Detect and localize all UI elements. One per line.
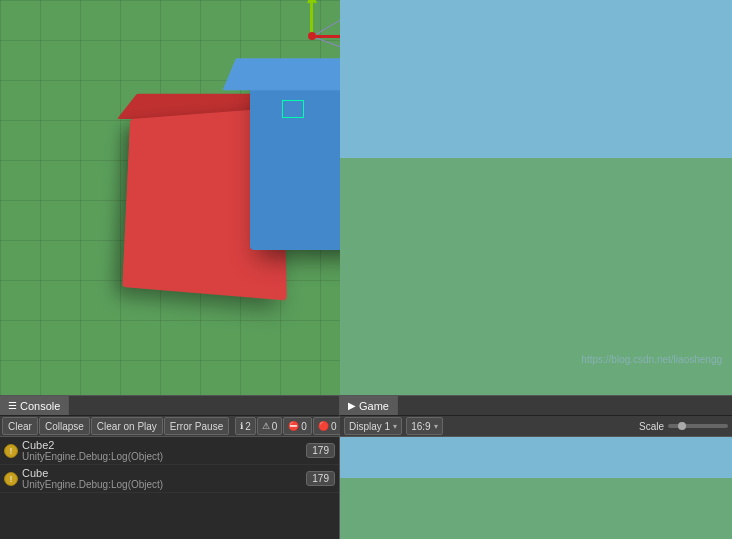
console-tab-icon: ☰ [8, 400, 17, 411]
console-tab-label: Console [20, 400, 60, 412]
log-entry-0[interactable]: ! Cube2 UnityEngine.Debug:Log(Object) 17… [0, 437, 339, 465]
scale-label: Scale [639, 421, 664, 432]
game-preview [340, 437, 732, 539]
selection-box [282, 100, 304, 118]
info-counter: ℹ 2 [235, 417, 256, 435]
scene-objects [0, 0, 340, 395]
error-icon: ⛔ [288, 421, 299, 431]
log-entry-1[interactable]: ! Cube UnityEngine.Debug:Log(Object) 179 [0, 465, 339, 493]
game-toolbar: Display 1 ▾ 16:9 ▾ Scale [340, 415, 732, 437]
toolbar-row: Clear Collapse Clear on Play Error Pause… [0, 415, 732, 437]
console-tab[interactable]: ☰ Console [0, 396, 69, 416]
aspect-dropdown-arrow: ▾ [434, 422, 438, 431]
gizmo-y-tip [307, 0, 317, 3]
scene-view [0, 0, 340, 395]
stop-counter: 🔴 0 [313, 417, 342, 435]
bottom-panel: ☰ Console ▶ Game Clear Collapse Clear on… [0, 395, 732, 539]
console-toolbar: Clear Collapse Clear on Play Error Pause… [0, 415, 340, 437]
clear-button[interactable]: Clear [2, 417, 38, 435]
error-count: 0 [301, 421, 307, 432]
warn-count: 0 [272, 421, 278, 432]
aspect-dropdown[interactable]: 16:9 ▾ [406, 417, 442, 435]
blue-cube-top-face [223, 58, 340, 90]
bottom-content: ! Cube2 UnityEngine.Debug:Log(Object) 17… [0, 437, 732, 539]
scale-slider-thumb [678, 422, 686, 430]
top-area: https://blog.csdn.net/liaoshengg [0, 0, 732, 395]
log-text-1: Cube UnityEngine.Debug:Log(Object) [22, 467, 302, 490]
aspect-label: 16:9 [411, 421, 430, 432]
stop-icon: 🔴 [318, 421, 329, 431]
info-icon: ℹ [240, 421, 243, 431]
display-dropdown[interactable]: Display 1 ▾ [344, 417, 402, 435]
log-subtitle-1: UnityEngine.Debug:Log(Object) [22, 479, 302, 490]
log-title-0: Cube2 [22, 439, 302, 451]
collapse-button[interactable]: Collapse [39, 417, 90, 435]
gizmo-x-axis [312, 35, 340, 38]
game-tab-icon: ▶ [348, 400, 356, 411]
watermark-text: https://blog.csdn.net/liaoshengg [581, 354, 722, 365]
error-counter: ⛔ 0 [283, 417, 312, 435]
log-icon-0: ! [4, 444, 18, 458]
log-entries: ! Cube2 UnityEngine.Debug:Log(Object) 17… [0, 437, 339, 539]
gizmo-line1 [312, 6, 340, 37]
gizmo-line2 [312, 36, 340, 52]
log-count-0: 179 [306, 443, 335, 458]
main-container: https://blog.csdn.net/liaoshengg ☰ Conso… [0, 0, 732, 539]
log-title-1: Cube [22, 467, 302, 479]
log-text-0: Cube2 UnityEngine.Debug:Log(Object) [22, 439, 302, 462]
game-tab-label: Game [359, 400, 389, 412]
log-count-1: 179 [306, 471, 335, 486]
info-count: 2 [245, 421, 251, 432]
display-label: Display 1 [349, 421, 390, 432]
console-pane: ! Cube2 UnityEngine.Debug:Log(Object) 17… [0, 437, 340, 539]
display-dropdown-arrow: ▾ [393, 422, 397, 431]
warn-icon: ⚠ [262, 421, 270, 431]
game-view: https://blog.csdn.net/liaoshengg [340, 0, 732, 395]
log-subtitle-0: UnityEngine.Debug:Log(Object) [22, 451, 302, 462]
warn-counter: ⚠ 0 [257, 417, 283, 435]
error-pause-button[interactable]: Error Pause [164, 417, 229, 435]
log-icon-1: ! [4, 472, 18, 486]
game-pane [340, 437, 732, 539]
game-tab[interactable]: ▶ Game [340, 396, 398, 416]
scale-slider[interactable] [668, 424, 728, 428]
clear-on-play-button[interactable]: Clear on Play [91, 417, 163, 435]
stop-count: 0 [331, 421, 337, 432]
